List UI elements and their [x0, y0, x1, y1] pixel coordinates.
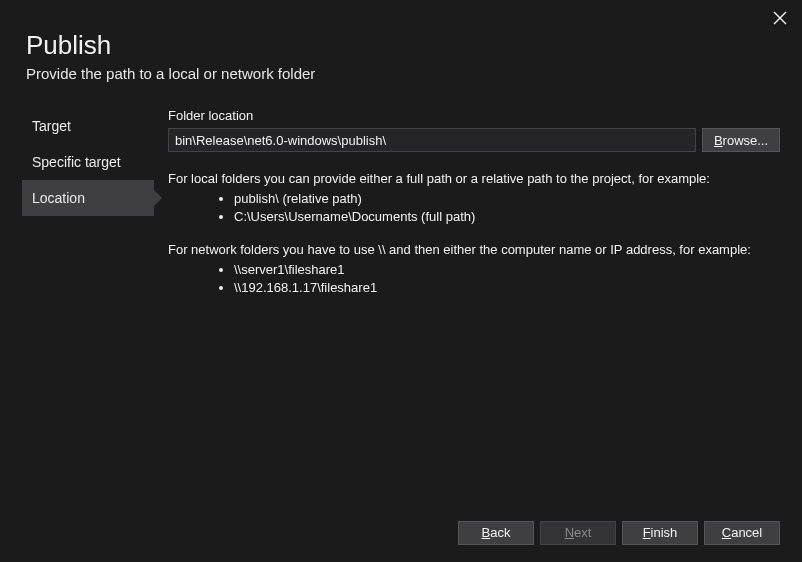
- tab-label: Target: [32, 118, 71, 134]
- tab-specific-target[interactable]: Specific target: [22, 144, 154, 180]
- finish-rest: inish: [651, 525, 678, 540]
- help-network-examples: \\server1\fileshare1 \\192.168.1.17\file…: [168, 261, 780, 297]
- browse-label-rest: rowse...: [723, 133, 769, 148]
- help-local-examples: publish\ (relative path) C:\Users\Userna…: [168, 190, 780, 226]
- help-local-intro: For local folders you can provide either…: [168, 170, 780, 188]
- folder-location-label: Folder location: [168, 108, 780, 123]
- help-text: For local folders you can provide either…: [168, 170, 780, 297]
- folder-location-row: Browse...: [168, 128, 780, 152]
- tab-label: Location: [32, 190, 85, 206]
- dialog-title: Publish: [26, 30, 776, 61]
- dialog-header: Publish Provide the path to a local or n…: [0, 0, 802, 90]
- dialog-subtitle: Provide the path to a local or network f…: [26, 65, 776, 82]
- folder-location-input[interactable]: [168, 128, 696, 152]
- dialog-body: Target Specific target Location Folder l…: [0, 90, 802, 311]
- finish-button[interactable]: Finish: [622, 521, 698, 545]
- wizard-sidebar: Target Specific target Location: [22, 108, 154, 311]
- help-example: C:\Users\Username\Documents (full path): [234, 208, 780, 226]
- cancel-button[interactable]: Cancel: [704, 521, 780, 545]
- close-icon[interactable]: [772, 10, 788, 26]
- tab-location[interactable]: Location: [22, 180, 154, 216]
- back-rest: ack: [490, 525, 510, 540]
- tab-target[interactable]: Target: [22, 108, 154, 144]
- help-example: \\192.168.1.17\fileshare1: [234, 279, 780, 297]
- help-example: \\server1\fileshare1: [234, 261, 780, 279]
- next-button: Next: [540, 521, 616, 545]
- publish-dialog: Publish Provide the path to a local or n…: [0, 0, 802, 562]
- wizard-footer: Back Next Finish Cancel: [0, 502, 802, 562]
- back-button[interactable]: Back: [458, 521, 534, 545]
- help-network-intro: For network folders you have to use \\ a…: [168, 241, 780, 259]
- cancel-rest: ancel: [731, 525, 762, 540]
- help-example: publish\ (relative path): [234, 190, 780, 208]
- next-rest: ext: [574, 525, 591, 540]
- wizard-main: Folder location Browse... For local fold…: [162, 108, 780, 311]
- tab-label: Specific target: [32, 154, 121, 170]
- browse-button[interactable]: Browse...: [702, 128, 780, 152]
